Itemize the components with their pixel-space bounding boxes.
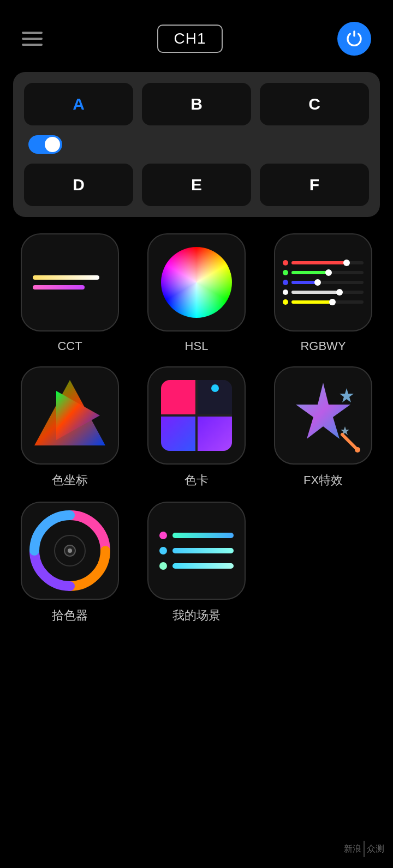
mode-cct[interactable]: CCT <box>13 233 127 353</box>
cct-icon <box>22 275 118 290</box>
power-button[interactable] <box>337 22 371 56</box>
fx-svg <box>282 375 364 456</box>
picker-svg <box>26 507 114 594</box>
scene-btn-f[interactable]: F <box>260 164 369 206</box>
scene-btn-c[interactable]: C <box>260 83 369 125</box>
picker-label: 拾色器 <box>52 607 88 624</box>
svg-marker-5 <box>340 388 354 402</box>
scene-row-bottom: D E F <box>24 164 369 206</box>
watermark-divider <box>364 841 365 857</box>
hsl-icon-wrap <box>147 233 246 331</box>
rgbwy-icon <box>275 252 371 312</box>
mode-color-coord[interactable]: 色坐标 <box>13 366 127 489</box>
mode-picker[interactable]: 拾色器 <box>13 502 127 624</box>
rgbwy-icon-wrap <box>274 233 372 331</box>
my-scene-label: 我的场景 <box>172 607 221 624</box>
color-card-label: 色卡 <box>184 472 209 489</box>
modes-row-2: 色坐标 色卡 <box>13 366 380 489</box>
watermark-line2: 众测 <box>367 843 384 855</box>
svg-line-7 <box>342 435 358 450</box>
color-coord-svg <box>29 375 111 456</box>
channel-badge[interactable]: CH1 <box>157 25 222 53</box>
hamburger-menu[interactable] <box>22 32 43 46</box>
picker-icon-wrap <box>21 502 119 600</box>
mode-fx[interactable]: FX特效 <box>266 366 380 489</box>
scene-panel: A B C D E F <box>13 72 380 217</box>
svg-point-11 <box>68 548 72 553</box>
modes-container: CCT HSL <box>0 233 393 624</box>
fx-label: FX特效 <box>303 472 343 489</box>
mode-hsl[interactable]: HSL <box>140 233 253 353</box>
my-scene-icon <box>148 523 245 578</box>
mode-my-scene[interactable]: 我的场景 <box>140 502 253 624</box>
hsl-label: HSL <box>185 339 209 353</box>
scene-btn-a[interactable]: A <box>24 83 133 125</box>
scene-btn-d[interactable]: D <box>24 164 133 206</box>
cct-icon-wrap <box>21 233 119 331</box>
modes-row-1: CCT HSL <box>13 233 380 353</box>
mode-color-card[interactable]: 色卡 <box>140 366 253 489</box>
modes-row-3: 拾色器 <box>13 502 380 624</box>
svg-point-8 <box>355 447 360 453</box>
color-card-grid <box>161 380 232 451</box>
toggle-row <box>24 125 369 164</box>
scene-btn-e[interactable]: E <box>142 164 251 206</box>
toggle-switch[interactable] <box>28 135 62 154</box>
scene-btn-b[interactable]: B <box>142 83 251 125</box>
color-card-icon-wrap <box>147 366 246 465</box>
color-coord-icon-wrap <box>21 366 119 465</box>
hsl-wheel <box>161 247 232 318</box>
watermark: 新浪 众测 <box>344 841 384 857</box>
fx-icon-wrap <box>274 366 372 465</box>
my-scene-icon-wrap <box>147 502 246 600</box>
cct-label: CCT <box>57 339 82 353</box>
scene-row-top: A B C <box>24 83 369 125</box>
rgbwy-label: RGBWY <box>300 339 346 353</box>
mode-rgbwy[interactable]: RGBWY <box>266 233 380 353</box>
watermark-line1: 新浪 <box>344 843 361 855</box>
header: CH1 <box>0 0 393 67</box>
color-coord-label: 色坐标 <box>52 472 88 489</box>
